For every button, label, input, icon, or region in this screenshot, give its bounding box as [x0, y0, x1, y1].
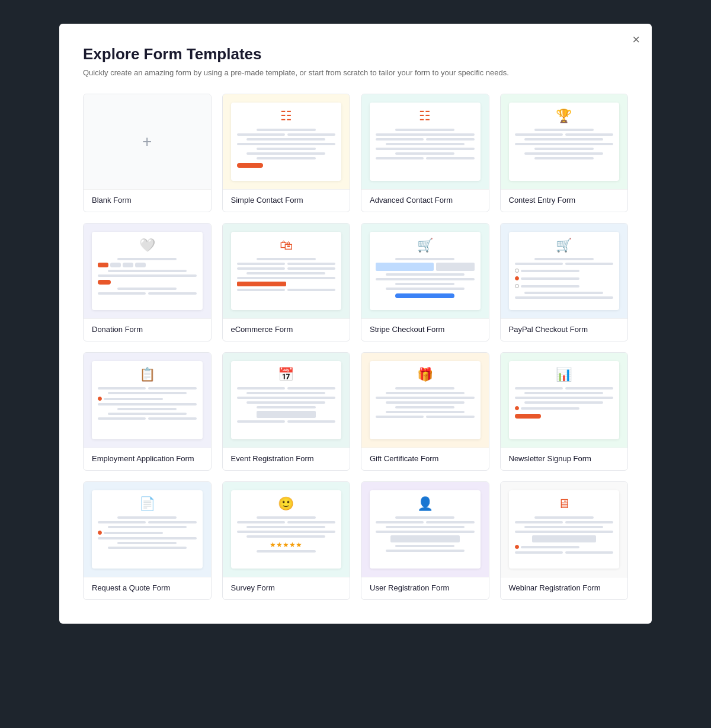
- template-label: PayPal Checkout Form: [501, 318, 628, 341]
- preview-inner: 👤: [370, 490, 481, 569]
- template-card[interactable]: 📅 Event Registration Form: [222, 352, 351, 471]
- preview-inner: 🖥: [509, 490, 620, 569]
- template-label: Contest Entry Form: [501, 189, 628, 212]
- template-card[interactable]: 🤍 Donat: [83, 223, 212, 341]
- template-card[interactable]: 📊 Newsletter Signup Form: [500, 352, 629, 471]
- template-preview-employment: 📋: [84, 353, 211, 448]
- template-label: Advanced Contact Form: [361, 189, 489, 212]
- modal-title: Explore Form Templates: [83, 45, 628, 63]
- modal-overlay[interactable]: × Explore Form Templates Quickly create …: [0, 0, 711, 728]
- template-preview-stripe: 🛒: [361, 223, 489, 318]
- template-label: Simple Contact Form: [223, 189, 350, 212]
- preview-inner: 🛍: [231, 232, 342, 310]
- preview-inner: 🛒: [370, 232, 481, 310]
- template-label: Survey Form: [223, 577, 350, 599]
- template-label: Webinar Registration Form: [501, 577, 628, 599]
- preview-inner: 📄: [92, 490, 203, 569]
- template-preview-donation: 🤍: [84, 223, 211, 318]
- bag-icon: 🛍: [280, 238, 293, 253]
- preview-inner: ☷: [370, 103, 481, 181]
- template-label: Donation Form: [84, 318, 211, 341]
- stars-icon: ★★★★★: [270, 541, 302, 549]
- templates-grid: + Blank Form ☷: [83, 94, 628, 600]
- template-label: Employment Application Form: [84, 448, 211, 470]
- preview-inner: 📊: [509, 361, 620, 439]
- template-preview-contest: 🏆: [501, 94, 628, 189]
- template-preview-gift: 🎁: [361, 353, 489, 448]
- template-card[interactable]: 🎁 Gift Certificate Form: [361, 352, 489, 471]
- template-preview-blank: +: [84, 94, 211, 189]
- template-card[interactable]: 🙂 ★★★★★ Survey Form: [222, 481, 351, 600]
- clipboard-icon: 📋: [139, 367, 155, 382]
- template-card[interactable]: 👤 User Registration Form: [361, 481, 489, 600]
- template-card[interactable]: 🛒 Stripe Checkout Form: [361, 223, 489, 341]
- preview-inner: 📅: [231, 361, 342, 439]
- preview-inner: 📋: [92, 361, 203, 439]
- form-icon: ☷: [280, 108, 292, 124]
- user-check-icon: 👤: [417, 496, 433, 512]
- template-card[interactable]: + Blank Form: [83, 94, 212, 212]
- modal: × Explore Form Templates Quickly create …: [59, 24, 652, 624]
- calendar-icon: 📅: [278, 367, 294, 382]
- cart-icon: 🛒: [556, 238, 572, 253]
- template-card[interactable]: 🛍 eCommerce Form: [222, 223, 351, 341]
- template-label: Newsletter Signup Form: [501, 448, 628, 470]
- form-icon: ☷: [419, 108, 431, 124]
- template-preview-ecommerce: 🛍: [223, 223, 350, 318]
- template-preview-user-reg: 👤: [361, 482, 489, 577]
- trophy-icon: 🏆: [556, 108, 572, 124]
- preview-inner: 🏆: [509, 103, 620, 181]
- template-preview-paypal: 🛒: [501, 223, 628, 318]
- preview-inner: 🛒: [509, 232, 620, 310]
- template-preview-simple-contact: ☷: [223, 94, 350, 189]
- template-preview-advanced-contact: ☷: [361, 94, 489, 189]
- template-label: Request a Quote Form: [84, 577, 211, 599]
- template-preview-survey: 🙂 ★★★★★: [223, 482, 350, 577]
- template-preview-event: 📅: [223, 353, 350, 448]
- template-label: Stripe Checkout Form: [361, 318, 489, 341]
- gift-icon: 🎁: [417, 367, 433, 382]
- preview-inner: 🤍: [92, 232, 203, 310]
- template-card[interactable]: 🖥 Webinar Registration Form: [500, 481, 629, 600]
- template-label: Event Registration Form: [223, 448, 350, 470]
- template-preview-quote: 📄: [84, 482, 211, 577]
- template-card[interactable]: 📋 Employment Application Form: [83, 352, 212, 471]
- close-button[interactable]: ×: [632, 33, 640, 46]
- template-card[interactable]: ☷ Simple Contact Form: [222, 94, 351, 212]
- table-icon: 📊: [556, 367, 572, 382]
- smile-icon: 🙂: [278, 496, 294, 512]
- template-label: eCommerce Form: [223, 318, 350, 341]
- cart-icon: 🛒: [417, 238, 433, 253]
- template-card[interactable]: ☷ Advanced Contact Form: [361, 94, 489, 212]
- template-card[interactable]: 🛒 PayPal Checkout Form: [500, 223, 629, 341]
- preview-inner: 🙂 ★★★★★: [231, 490, 342, 569]
- template-card[interactable]: 📄 Request a Quote Form: [83, 481, 212, 600]
- template-label: Gift Certificate Form: [361, 448, 489, 470]
- template-preview-webinar: 🖥: [501, 482, 628, 577]
- template-preview-newsletter: 📊: [501, 353, 628, 448]
- template-card[interactable]: 🏆 Contest Entry Form: [500, 94, 629, 212]
- preview-inner: ☷: [231, 103, 342, 181]
- monitor-icon: 🖥: [558, 496, 571, 512]
- modal-subtitle: Quickly create an amazing form by using …: [83, 68, 628, 77]
- plus-icon: +: [142, 132, 152, 151]
- preview-inner: 🎁: [370, 361, 481, 439]
- doc-icon: 📄: [139, 496, 155, 512]
- heart-icon: 🤍: [139, 238, 155, 253]
- template-label: Blank Form: [84, 189, 211, 212]
- template-label: User Registration Form: [361, 577, 489, 599]
